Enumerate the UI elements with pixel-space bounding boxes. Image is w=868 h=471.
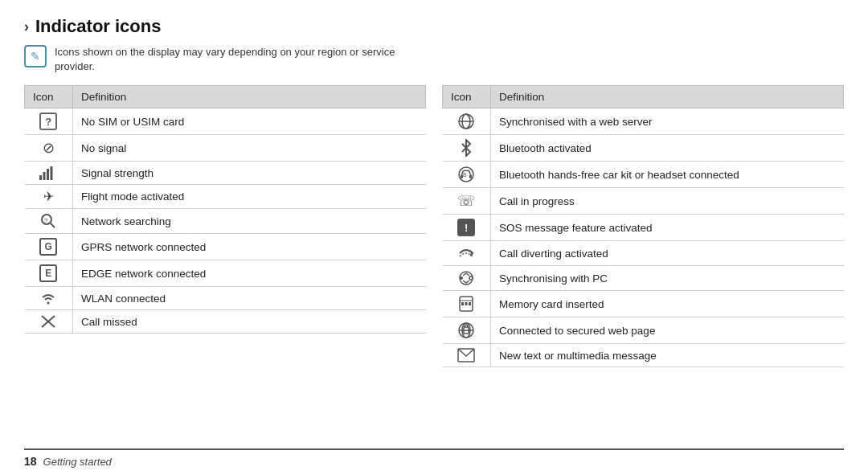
- tables-container: Icon Definition ? No SIM or USIM card ⊘ …: [24, 85, 844, 445]
- sos-def: SOS message feature activated: [491, 215, 844, 241]
- right-icon-header: Icon: [443, 86, 491, 109]
- memcard-icon: [458, 295, 474, 313]
- svg-rect-2: [47, 169, 49, 180]
- table-row: ! SOS message feature activated: [443, 215, 844, 241]
- bluetooth-icon: [460, 139, 473, 157]
- wifi-icon: [40, 291, 56, 305]
- note-box: ✎ Icons shown on the display may vary de…: [24, 45, 426, 74]
- svg-rect-24: [469, 302, 471, 305]
- signal-def: Signal strength: [73, 162, 426, 185]
- message-icon: [457, 348, 475, 362]
- svg-rect-1: [43, 172, 46, 180]
- no-sim-def: No SIM or USIM card: [73, 109, 426, 135]
- sync-web-def: Synchronised with a web server: [491, 109, 844, 135]
- note-text: Icons shown on the display may vary depe…: [55, 45, 426, 74]
- no-signal-def: No signal: [73, 135, 426, 162]
- table-row: Bluetooth activated: [443, 135, 844, 162]
- footer-section: Getting started: [43, 456, 112, 468]
- table-row: B Bluetooth hands-free car kit or headse…: [443, 162, 844, 188]
- svg-rect-15: [469, 174, 472, 178]
- right-table: Icon Definition: [442, 85, 844, 445]
- sos-icon: !: [457, 219, 475, 236]
- table-row: ✈ Flight mode activated: [25, 185, 426, 209]
- sync-web-icon: [457, 113, 475, 130]
- section-chevron: ›: [24, 18, 29, 35]
- svg-point-19: [469, 276, 473, 280]
- table-row: Signal strength: [25, 162, 426, 185]
- syncpc-def: Synchronising with PC: [491, 266, 844, 291]
- table-row: E EDGE network connected: [25, 260, 426, 287]
- gprs-icon: G: [39, 238, 57, 256]
- svg-line-5: [51, 223, 55, 227]
- flight-def: Flight mode activated: [73, 185, 426, 209]
- svg-rect-23: [465, 302, 468, 305]
- divert-def: Call diverting activated: [491, 241, 844, 266]
- svg-rect-0: [39, 175, 42, 180]
- bt-headset-icon: B: [457, 166, 475, 183]
- no-sim-icon: ?: [39, 113, 57, 130]
- no-signal-icon: ⊘: [43, 139, 55, 157]
- sec-web-icon: [457, 322, 475, 339]
- bt-headset-def: Bluetooth hands-free car kit or headset …: [491, 162, 844, 188]
- table-row: Synchronising with PC: [443, 266, 844, 291]
- table-row: Call diverting activated: [443, 241, 844, 266]
- table-row: ☏ Call in progress: [443, 188, 844, 215]
- table-row: Call missed: [25, 310, 426, 334]
- search-icon: ?: [40, 213, 56, 229]
- edge-def: EDGE network connected: [73, 260, 426, 287]
- gprs-def: GPRS network connected: [73, 234, 426, 260]
- call-icon: ☏: [457, 192, 476, 210]
- divert-icon: [457, 245, 475, 261]
- table-row: New text or multimedia message: [443, 344, 844, 367]
- call-missed-icon: [40, 314, 56, 329]
- page-number: 18: [24, 455, 37, 468]
- call-missed-def: Call missed: [73, 310, 426, 334]
- table-row: ? Network searching: [25, 209, 426, 234]
- svg-point-18: [460, 276, 463, 280]
- table-row: WLAN connected: [25, 287, 426, 310]
- table-row: Connected to secured web page: [443, 317, 844, 344]
- bluetooth-def: Bluetooth activated: [491, 135, 844, 162]
- note-icon: ✎: [24, 45, 47, 68]
- signal-icon: [39, 166, 57, 180]
- table-row: ? No SIM or USIM card: [25, 109, 426, 135]
- network-search-def: Network searching: [73, 209, 426, 234]
- svg-text:?: ?: [44, 217, 48, 224]
- wlan-def: WLAN connected: [73, 287, 426, 310]
- footer: 18 Getting started: [24, 448, 844, 471]
- svg-point-7: [47, 302, 50, 305]
- svg-rect-3: [51, 166, 53, 180]
- message-def: New text or multimedia message: [491, 344, 844, 367]
- flight-icon: ✈: [43, 189, 54, 204]
- page-title: Indicator icons: [35, 16, 161, 37]
- memcard-def: Memory card inserted: [491, 291, 844, 317]
- table-row: Memory card inserted: [443, 291, 844, 317]
- table-row: G GPRS network connected: [25, 234, 426, 260]
- right-def-header: Definition: [491, 86, 844, 109]
- left-table: Icon Definition ? No SIM or USIM card ⊘ …: [24, 85, 426, 445]
- table-row: Synchronised with a web server: [443, 109, 844, 135]
- sync-pc-icon: [457, 270, 475, 286]
- svg-rect-22: [461, 302, 464, 305]
- table-row: ⊘ No signal: [25, 135, 426, 162]
- left-def-header: Definition: [73, 86, 426, 109]
- sec-web-def: Connected to secured web page: [491, 317, 844, 344]
- left-icon-header: Icon: [25, 86, 73, 109]
- call-def: Call in progress: [491, 188, 844, 215]
- svg-text:B: B: [463, 172, 467, 178]
- edge-icon: E: [39, 264, 57, 282]
